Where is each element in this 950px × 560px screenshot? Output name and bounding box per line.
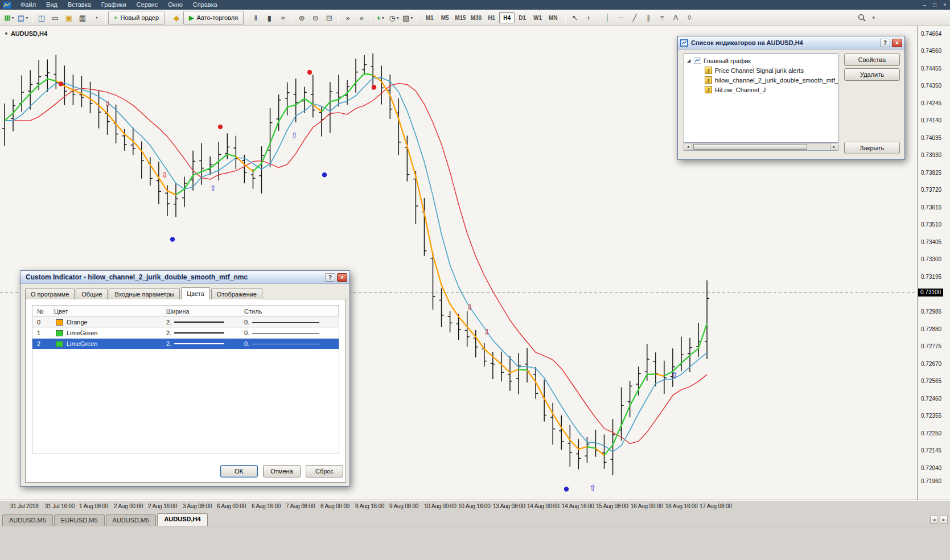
menu-item-insert[interactable]: Вставка xyxy=(63,0,96,10)
tab-inputs[interactable]: Входные параметры xyxy=(109,289,180,299)
line-chart-button[interactable]: ≈ xyxy=(276,11,290,24)
zoom-in-button[interactable]: ⊕ xyxy=(295,11,309,24)
custom-indicator-titlebar[interactable]: Custom Indicator - hilow_channel_2_jurik… xyxy=(20,271,349,284)
timeframe-button-m5[interactable]: M5 xyxy=(437,12,453,23)
zoom-out-button[interactable]: ⊖ xyxy=(309,11,322,24)
strategy-tester-button[interactable]: ◔ xyxy=(89,11,103,24)
navigator-button[interactable]: ▣ xyxy=(62,11,76,24)
timeframe-button-h4[interactable]: H4 xyxy=(499,12,515,23)
width-line-sample xyxy=(174,343,224,344)
colors-table[interactable]: № Цвет Ширина Стиль 0Orange2.0.1LimeGree… xyxy=(32,305,339,454)
chart-shift-button[interactable]: « xyxy=(355,11,368,24)
tab-display[interactable]: Отображение xyxy=(211,289,262,299)
new-chart-button[interactable]: ⊞▾ xyxy=(2,11,16,24)
horizontal-line-button[interactable]: ─ xyxy=(614,11,628,24)
tree-expand-icon[interactable]: ◢ xyxy=(687,58,694,63)
text-tool-button[interactable]: A xyxy=(669,11,682,24)
time-axis-label: 6 Aug 00:00 xyxy=(217,503,246,509)
tree-item-main-chart[interactable]: ◢ Главный график xyxy=(684,56,838,65)
menu-item-service[interactable]: Сервис xyxy=(131,0,163,10)
terminal-button[interactable]: ▦ xyxy=(76,11,89,24)
timeframe-button-w1[interactable]: W1 xyxy=(530,12,545,23)
color-row-1[interactable]: 1LimeGreen2.0. xyxy=(32,328,339,339)
close-dialog-button[interactable]: Закрыть xyxy=(844,142,900,154)
data-window-button[interactable]: ▭ xyxy=(48,11,62,24)
fx-icon: ƒ xyxy=(705,76,712,84)
metaeditor-button[interactable]: ◆ xyxy=(170,11,183,24)
indicator-list-titlebar[interactable]: Список индикаторов на AUDUSD,H4 ? × xyxy=(678,36,904,50)
indicator-list-hscrollbar[interactable]: ◂ ▸ xyxy=(684,143,838,151)
chart-restore-button[interactable]: □ xyxy=(930,1,940,9)
tab-common[interactable]: Общие xyxy=(76,289,108,299)
tab-about[interactable]: О программе xyxy=(25,289,75,299)
tab-scroll-right-icon[interactable]: ▸ xyxy=(940,516,948,524)
indicator-tree[interactable]: ◢ Главный график ƒ Price Channel Signal … xyxy=(684,53,838,143)
indicators-button[interactable]: +▾ xyxy=(373,11,387,24)
chart-window-tab-audusd-m5[interactable]: AUDUSD,M5 xyxy=(2,514,53,526)
svg-text:⇧: ⇧ xyxy=(209,184,216,193)
zoom-out-icon: ⊖ xyxy=(312,14,319,22)
trendline-button[interactable]: ╱ xyxy=(628,11,641,24)
periods-button[interactable]: ◷▾ xyxy=(387,11,401,24)
channel-button[interactable]: ∥ xyxy=(641,11,655,24)
timeframe-button-m1[interactable]: M1 xyxy=(422,12,437,23)
shapes-button[interactable]: ◊ xyxy=(682,11,696,24)
scroll-thumb[interactable] xyxy=(693,144,807,150)
crosshair-button[interactable]: + xyxy=(582,11,595,24)
chart-close-button[interactable]: × xyxy=(940,1,950,9)
tab-colors[interactable]: Цвета xyxy=(181,287,210,299)
autotrading-label: Авто-торговля xyxy=(197,14,238,21)
templates-button[interactable]: ▨▾ xyxy=(401,11,414,24)
cursor-button[interactable]: ↖ xyxy=(568,11,582,24)
timeframe-button-m15[interactable]: M15 xyxy=(453,12,468,23)
time-axis[interactable]: 31 Jul 201831 Jul 16:001 Aug 08:002 Aug … xyxy=(0,500,950,512)
color-row-2[interactable]: 2LimeGreen2.0. xyxy=(32,339,339,349)
new-order-button[interactable]: +Новый ордер xyxy=(108,11,164,24)
chart-window-tab-eurusd-m5[interactable]: EURUSD,M5 xyxy=(54,514,105,526)
scroll-track[interactable] xyxy=(692,143,830,150)
time-axis-label: 31 Jul 2018 xyxy=(10,503,39,509)
tree-item-indicator-3[interactable]: ƒ HiLow_Channel_J xyxy=(684,85,838,94)
bar-chart-button[interactable]: ‖ xyxy=(249,11,262,24)
autotrading-button[interactable]: ▶Авто-торговля xyxy=(183,11,244,24)
market-watch-button[interactable]: ◫ xyxy=(35,11,48,24)
timeframe-button-m30[interactable]: M30 xyxy=(468,12,484,23)
menu-item-window[interactable]: Окно xyxy=(163,0,188,10)
chart-window-tab-audusd-m5[interactable]: AUDUSD,M5 xyxy=(106,514,157,526)
scroll-right-icon[interactable]: ▸ xyxy=(830,143,838,150)
color-row-0[interactable]: 0Orange2.0. xyxy=(32,317,339,328)
reset-button[interactable]: Сброс xyxy=(306,465,343,477)
menu-item-view[interactable]: Вид xyxy=(41,0,63,10)
vertical-line-button[interactable]: │ xyxy=(601,11,614,24)
tile-windows-button[interactable]: ⊟ xyxy=(322,11,336,24)
timeframe-button-d1[interactable]: D1 xyxy=(515,12,530,23)
terminal-icon: ▦ xyxy=(79,14,86,22)
scroll-left-icon[interactable]: ◂ xyxy=(684,143,692,150)
timeframe-button-mn[interactable]: MN xyxy=(545,12,561,23)
close-icon[interactable]: × xyxy=(337,273,347,282)
chart-minimize-button[interactable]: – xyxy=(919,1,930,9)
tree-item-indicator-2[interactable]: ƒ hilow_channel_2_jurik_double_smooth_mt… xyxy=(684,75,838,85)
fibonacci-button[interactable]: ≡ xyxy=(655,11,669,24)
one-click-collapse-icon[interactable]: ▼ xyxy=(4,31,9,36)
ok-button[interactable]: OK xyxy=(220,465,258,477)
help-icon[interactable]: ? xyxy=(880,39,890,47)
profiles-button[interactable]: ▤▾ xyxy=(16,11,30,24)
candlestick-chart-button[interactable]: ▮ xyxy=(262,11,276,24)
menu-item-charts[interactable]: Графики xyxy=(96,0,131,10)
menu-item-file[interactable]: Файл xyxy=(15,0,41,10)
cancel-button[interactable]: Отмена xyxy=(263,465,301,477)
toolbar-overflow-icon[interactable]: ▾ xyxy=(872,15,875,20)
auto-scroll-button[interactable]: » xyxy=(341,11,355,24)
tab-scroll-left-icon[interactable]: ◂ xyxy=(930,516,938,524)
properties-button[interactable]: Свойства xyxy=(844,53,900,66)
close-icon[interactable]: × xyxy=(892,39,902,47)
help-icon[interactable]: ? xyxy=(325,273,335,282)
menu-item-help[interactable]: Справка xyxy=(188,0,223,10)
price-axis[interactable]: 0.73100 0.746640.745600.744550.743500.74… xyxy=(917,26,950,500)
chart-window-tab-audusd-h4[interactable]: AUDUSD,H4 xyxy=(157,513,207,526)
tree-item-indicator-1[interactable]: ƒ Price Channel Signal jurik alerts xyxy=(684,65,838,75)
delete-button[interactable]: Удалить xyxy=(844,68,900,81)
search-icon[interactable] xyxy=(855,11,869,24)
timeframe-button-h1[interactable]: H1 xyxy=(484,12,499,23)
